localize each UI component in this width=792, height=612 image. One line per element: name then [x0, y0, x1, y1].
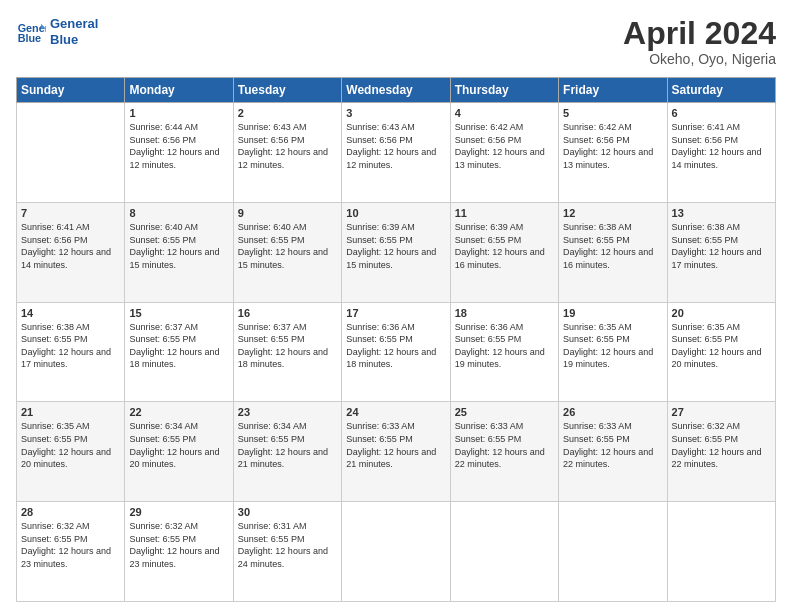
- page: General Blue General Blue April 2024 Oke…: [0, 0, 792, 612]
- day-cell: 15 Sunrise: 6:37 AM Sunset: 6:55 PM Dayl…: [125, 302, 233, 402]
- day-number: 16: [238, 307, 337, 319]
- logo-blue: Blue: [50, 32, 98, 48]
- week-row-3: 14 Sunrise: 6:38 AM Sunset: 6:55 PM Dayl…: [17, 302, 776, 402]
- weekday-wednesday: Wednesday: [342, 78, 450, 103]
- logo-general: General: [50, 16, 98, 32]
- week-row-4: 21 Sunrise: 6:35 AM Sunset: 6:55 PM Dayl…: [17, 402, 776, 502]
- weekday-sunday: Sunday: [17, 78, 125, 103]
- logo: General Blue General Blue: [16, 16, 98, 47]
- calendar: SundayMondayTuesdayWednesdayThursdayFrid…: [16, 77, 776, 602]
- day-info: Sunrise: 6:34 AM Sunset: 6:55 PM Dayligh…: [129, 420, 228, 470]
- weekday-tuesday: Tuesday: [233, 78, 341, 103]
- day-info: Sunrise: 6:40 AM Sunset: 6:55 PM Dayligh…: [238, 221, 337, 271]
- day-cell: 21 Sunrise: 6:35 AM Sunset: 6:55 PM Dayl…: [17, 402, 125, 502]
- day-number: 19: [563, 307, 662, 319]
- day-cell: 3 Sunrise: 6:43 AM Sunset: 6:56 PM Dayli…: [342, 103, 450, 203]
- day-cell: 16 Sunrise: 6:37 AM Sunset: 6:55 PM Dayl…: [233, 302, 341, 402]
- day-info: Sunrise: 6:39 AM Sunset: 6:55 PM Dayligh…: [346, 221, 445, 271]
- day-cell: 6 Sunrise: 6:41 AM Sunset: 6:56 PM Dayli…: [667, 103, 775, 203]
- day-number: 18: [455, 307, 554, 319]
- day-info: Sunrise: 6:32 AM Sunset: 6:55 PM Dayligh…: [21, 520, 120, 570]
- location: Okeho, Oyo, Nigeria: [623, 51, 776, 67]
- header: General Blue General Blue April 2024 Oke…: [16, 16, 776, 67]
- day-number: 9: [238, 207, 337, 219]
- day-info: Sunrise: 6:37 AM Sunset: 6:55 PM Dayligh…: [238, 321, 337, 371]
- weekday-thursday: Thursday: [450, 78, 558, 103]
- day-number: 6: [672, 107, 771, 119]
- day-number: 4: [455, 107, 554, 119]
- svg-text:Blue: Blue: [18, 32, 41, 44]
- day-number: 29: [129, 506, 228, 518]
- day-info: Sunrise: 6:39 AM Sunset: 6:55 PM Dayligh…: [455, 221, 554, 271]
- day-number: 14: [21, 307, 120, 319]
- day-number: 3: [346, 107, 445, 119]
- day-info: Sunrise: 6:43 AM Sunset: 6:56 PM Dayligh…: [346, 121, 445, 171]
- day-number: 22: [129, 406, 228, 418]
- day-cell: 19 Sunrise: 6:35 AM Sunset: 6:55 PM Dayl…: [559, 302, 667, 402]
- day-info: Sunrise: 6:44 AM Sunset: 6:56 PM Dayligh…: [129, 121, 228, 171]
- day-number: 20: [672, 307, 771, 319]
- day-cell: 5 Sunrise: 6:42 AM Sunset: 6:56 PM Dayli…: [559, 103, 667, 203]
- day-info: Sunrise: 6:37 AM Sunset: 6:55 PM Dayligh…: [129, 321, 228, 371]
- day-info: Sunrise: 6:35 AM Sunset: 6:55 PM Dayligh…: [563, 321, 662, 371]
- day-info: Sunrise: 6:33 AM Sunset: 6:55 PM Dayligh…: [563, 420, 662, 470]
- day-cell: 1 Sunrise: 6:44 AM Sunset: 6:56 PM Dayli…: [125, 103, 233, 203]
- day-cell: [17, 103, 125, 203]
- day-number: 1: [129, 107, 228, 119]
- day-cell: 26 Sunrise: 6:33 AM Sunset: 6:55 PM Dayl…: [559, 402, 667, 502]
- day-info: Sunrise: 6:36 AM Sunset: 6:55 PM Dayligh…: [455, 321, 554, 371]
- day-cell: 30 Sunrise: 6:31 AM Sunset: 6:55 PM Dayl…: [233, 502, 341, 602]
- day-cell: 17 Sunrise: 6:36 AM Sunset: 6:55 PM Dayl…: [342, 302, 450, 402]
- day-info: Sunrise: 6:35 AM Sunset: 6:55 PM Dayligh…: [672, 321, 771, 371]
- day-cell: 9 Sunrise: 6:40 AM Sunset: 6:55 PM Dayli…: [233, 202, 341, 302]
- day-number: 17: [346, 307, 445, 319]
- day-cell: [342, 502, 450, 602]
- day-number: 8: [129, 207, 228, 219]
- day-info: Sunrise: 6:32 AM Sunset: 6:55 PM Dayligh…: [672, 420, 771, 470]
- day-info: Sunrise: 6:33 AM Sunset: 6:55 PM Dayligh…: [346, 420, 445, 470]
- day-number: 30: [238, 506, 337, 518]
- week-row-5: 28 Sunrise: 6:32 AM Sunset: 6:55 PM Dayl…: [17, 502, 776, 602]
- day-number: 15: [129, 307, 228, 319]
- weekday-header-row: SundayMondayTuesdayWednesdayThursdayFrid…: [17, 78, 776, 103]
- week-row-2: 7 Sunrise: 6:41 AM Sunset: 6:56 PM Dayli…: [17, 202, 776, 302]
- day-info: Sunrise: 6:43 AM Sunset: 6:56 PM Dayligh…: [238, 121, 337, 171]
- day-number: 21: [21, 406, 120, 418]
- day-number: 7: [21, 207, 120, 219]
- day-number: 28: [21, 506, 120, 518]
- day-cell: 14 Sunrise: 6:38 AM Sunset: 6:55 PM Dayl…: [17, 302, 125, 402]
- day-cell: 8 Sunrise: 6:40 AM Sunset: 6:55 PM Dayli…: [125, 202, 233, 302]
- day-number: 5: [563, 107, 662, 119]
- day-info: Sunrise: 6:33 AM Sunset: 6:55 PM Dayligh…: [455, 420, 554, 470]
- day-info: Sunrise: 6:41 AM Sunset: 6:56 PM Dayligh…: [21, 221, 120, 271]
- day-info: Sunrise: 6:41 AM Sunset: 6:56 PM Dayligh…: [672, 121, 771, 171]
- day-info: Sunrise: 6:38 AM Sunset: 6:55 PM Dayligh…: [563, 221, 662, 271]
- logo-icon: General Blue: [16, 17, 46, 47]
- day-info: Sunrise: 6:40 AM Sunset: 6:55 PM Dayligh…: [129, 221, 228, 271]
- day-cell: 23 Sunrise: 6:34 AM Sunset: 6:55 PM Dayl…: [233, 402, 341, 502]
- weekday-friday: Friday: [559, 78, 667, 103]
- day-cell: 7 Sunrise: 6:41 AM Sunset: 6:56 PM Dayli…: [17, 202, 125, 302]
- weekday-monday: Monday: [125, 78, 233, 103]
- day-cell: [667, 502, 775, 602]
- week-row-1: 1 Sunrise: 6:44 AM Sunset: 6:56 PM Dayli…: [17, 103, 776, 203]
- day-info: Sunrise: 6:42 AM Sunset: 6:56 PM Dayligh…: [455, 121, 554, 171]
- day-number: 23: [238, 406, 337, 418]
- day-info: Sunrise: 6:34 AM Sunset: 6:55 PM Dayligh…: [238, 420, 337, 470]
- weekday-saturday: Saturday: [667, 78, 775, 103]
- day-number: 12: [563, 207, 662, 219]
- day-cell: 11 Sunrise: 6:39 AM Sunset: 6:55 PM Dayl…: [450, 202, 558, 302]
- day-info: Sunrise: 6:42 AM Sunset: 6:56 PM Dayligh…: [563, 121, 662, 171]
- day-cell: 10 Sunrise: 6:39 AM Sunset: 6:55 PM Dayl…: [342, 202, 450, 302]
- day-cell: 20 Sunrise: 6:35 AM Sunset: 6:55 PM Dayl…: [667, 302, 775, 402]
- day-number: 27: [672, 406, 771, 418]
- day-cell: 2 Sunrise: 6:43 AM Sunset: 6:56 PM Dayli…: [233, 103, 341, 203]
- day-number: 13: [672, 207, 771, 219]
- day-info: Sunrise: 6:35 AM Sunset: 6:55 PM Dayligh…: [21, 420, 120, 470]
- day-number: 25: [455, 406, 554, 418]
- day-number: 26: [563, 406, 662, 418]
- day-cell: 12 Sunrise: 6:38 AM Sunset: 6:55 PM Dayl…: [559, 202, 667, 302]
- day-info: Sunrise: 6:32 AM Sunset: 6:55 PM Dayligh…: [129, 520, 228, 570]
- day-info: Sunrise: 6:36 AM Sunset: 6:55 PM Dayligh…: [346, 321, 445, 371]
- title-block: April 2024 Okeho, Oyo, Nigeria: [623, 16, 776, 67]
